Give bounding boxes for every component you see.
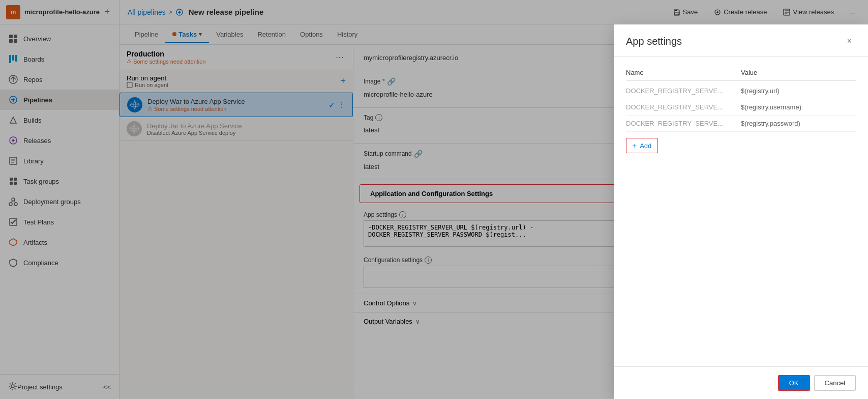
ok-button[interactable]: OK xyxy=(778,375,810,391)
add-plus-icon: + xyxy=(633,141,637,150)
dialog-footer: OK Cancel xyxy=(614,366,868,399)
dialog-row-1: DOCKER_REGISTRY_SERVE... $(registry.user… xyxy=(626,99,856,116)
row-2-name: DOCKER_REGISTRY_SERVE... xyxy=(626,120,741,127)
name-column-header: Name xyxy=(626,69,741,76)
add-row-button[interactable]: + Add xyxy=(626,138,658,153)
dialog-title: App settings xyxy=(626,36,682,47)
add-label: Add xyxy=(640,142,651,150)
app-settings-dialog: App settings × Name Value DOCKER_REGISTR… xyxy=(614,24,868,399)
cancel-button[interactable]: Cancel xyxy=(814,375,856,391)
row-1-value: $(registry.username) xyxy=(741,103,856,111)
dialog-row-0: DOCKER_REGISTRY_SERVE... $(registry.url) xyxy=(626,83,856,99)
dialog-overlay: App settings × Name Value DOCKER_REGISTR… xyxy=(0,0,868,399)
row-0-name: DOCKER_REGISTRY_SERVE... xyxy=(626,87,741,95)
dialog-body: Name Value DOCKER_REGISTRY_SERVE... $(re… xyxy=(614,56,868,366)
value-column-header: Value xyxy=(741,69,856,76)
dialog-header: App settings × xyxy=(614,24,868,56)
dialog-close-button[interactable]: × xyxy=(843,35,856,48)
row-0-value: $(registry.url) xyxy=(741,87,856,95)
row-1-name: DOCKER_REGISTRY_SERVE... xyxy=(626,103,741,111)
row-2-value: $(registry.password) xyxy=(741,120,856,127)
dialog-row-2: DOCKER_REGISTRY_SERVE... $(registry.pass… xyxy=(626,116,856,132)
dialog-table-header: Name Value xyxy=(626,65,856,81)
